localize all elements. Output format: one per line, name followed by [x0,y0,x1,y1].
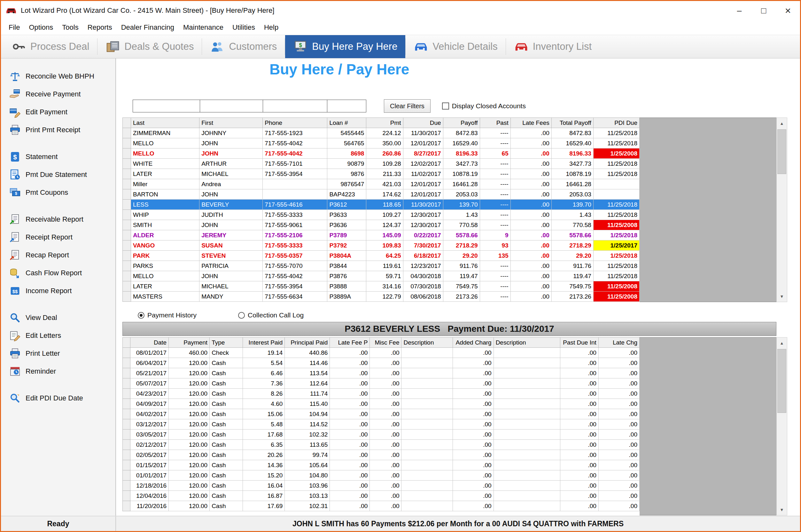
menu-file[interactable]: File [4,23,24,32]
payments-col-late-chg-11[interactable]: Late Chg [598,338,639,348]
row-selector[interactable] [123,291,131,302]
display-closed-accounts-control[interactable]: Display Closed Accounts [442,102,526,110]
toolbar-button-inventory-list[interactable]: Inventory List [506,35,600,58]
row-selector[interactable] [123,460,130,470]
sidebar-item-recap-report[interactable]: Recap Report [1,246,115,264]
row-selector[interactable] [123,470,130,480]
filter-input-1[interactable] [200,100,263,112]
row-selector[interactable] [123,261,131,271]
accounts-col-due[interactable]: Due [403,118,443,128]
sidebar-item-receipt-report[interactable]: Receipt Report [1,228,115,246]
account-row[interactable]: BARTONJOHNBAP4223174.6212/01/20172053.03… [123,189,640,200]
payment-row[interactable]: 04/09/2017120.00Cash4.60115.40.00.00.00.… [123,399,640,409]
scroll-down-icon[interactable]: ▼ [777,291,787,302]
account-row[interactable]: VANGOSUSAN717-555-3333P3792109.837/30/20… [123,241,640,251]
payments-col-date-0[interactable]: Date [130,338,169,348]
accounts-scrollbar-thumb[interactable] [777,129,786,174]
menu-help[interactable]: Help [259,23,283,32]
scroll-up-icon[interactable]: ▲ [777,118,787,129]
row-selector[interactable] [123,348,130,358]
row-selector[interactable] [123,388,130,399]
payment-row[interactable]: 08/01/2017460.00Check19.14440.86.00.00.0… [123,348,640,358]
sidebar-item-print-pmt-receipt[interactable]: Print Pmt Receipt [1,121,115,139]
account-row[interactable]: MELLOJOHN717-555-4042P387659.7104/30/201… [123,271,640,281]
payments-scrollbar-thumb[interactable] [777,349,786,413]
row-selector[interactable] [123,179,131,189]
payments-col-interest-paid-3[interactable]: Interest Paid [243,338,285,348]
payments-col-past-due-int-10[interactable]: Past Due Int [560,338,598,348]
payment-row[interactable]: 05/07/2017120.00Cash7.36112.64.00.00.00.… [123,378,640,388]
account-row[interactable]: LESSBEVERLY717-555-4616P3612118.6511/30/… [123,200,640,210]
row-selector[interactable] [123,378,130,388]
menu-reports[interactable]: Reports [83,23,117,32]
accounts-col-total-payoff[interactable]: Total Payoff [551,118,593,128]
menu-utilities[interactable]: Utilities [228,23,259,32]
account-row[interactable]: MillerAndrea9876547421.0312/01/201716461… [123,179,640,189]
row-selector[interactable] [123,128,131,138]
accounts-col-pdi-due[interactable]: PDI Due [593,118,639,128]
payment-row[interactable]: 03/05/2017120.00Cash17.68102.32.00.00.00… [123,430,640,440]
sidebar-item-cash-flow-report[interactable]: Cash Flow Report [1,264,115,282]
row-selector[interactable] [123,149,131,159]
sidebar-item-pmt-coupons[interactable]: $Pmt Coupons [1,184,115,202]
payments-col-description-7[interactable]: Description [401,338,453,348]
row-selector[interactable] [123,189,131,200]
account-row[interactable]: LATERMICHAEL717-555-39549876211.3311/02/… [123,169,640,179]
row-selector[interactable] [123,409,130,419]
filter-input-3[interactable] [327,100,366,112]
toolbar-button-process-deal[interactable]: Process Deal [3,35,97,58]
menu-dealer-financing[interactable]: Dealer Financing [117,23,179,32]
row-selector[interactable] [123,368,130,378]
payment-row[interactable]: 04/02/2017120.00Cash15.06104.94.00.00.00… [123,409,640,419]
payments-col-type-2[interactable]: Type [210,338,243,348]
payment-history-radio-icon[interactable] [138,312,144,319]
accounts-col-loan[interactable]: Loan # [327,118,366,128]
row-selector[interactable] [123,480,130,491]
sidebar-item-statement[interactable]: $Statement [1,148,115,166]
row-selector[interactable] [123,169,131,179]
row-selector[interactable] [123,419,130,430]
payment-row[interactable]: 12/18/2016120.00Cash16.04103.96.00.00.00… [123,480,640,491]
sidebar-item-edit-payment[interactable]: Edit Payment [1,103,115,121]
accounts-col-first[interactable]: First [199,118,263,128]
account-row[interactable]: PARKSTEVEN717-555-0357P3804A64.256/18/20… [123,251,640,261]
row-selector[interactable] [123,358,130,368]
payment-row[interactable]: 04/23/2017120.00Cash8.26111.74.00.00.00.… [123,388,640,399]
row-selector[interactable] [123,210,131,220]
payment-row[interactable]: 02/05/2017120.00Cash20.2699.74.00.00.00.… [123,450,640,460]
sidebar-item-receivable-report[interactable]: Receivable Report [1,210,115,228]
account-row[interactable]: WHIPJUDITH717-555-3333P3633109.2712/30/2… [123,210,640,220]
account-row[interactable]: MASTERSMANDY717-555-6634P3889A122.7908/0… [123,291,640,302]
display-closed-accounts-checkbox[interactable] [442,102,449,110]
payments-col-principal-paid-4[interactable]: Principal Paid [285,338,330,348]
account-row[interactable]: LATERMICHAEL717-555-3954P3888314.1607/30… [123,281,640,291]
sidebar-item-reconcile-web-bhph[interactable]: Reconcile Web BHPH [1,68,115,85]
sidebar-item-edit-pdi-due-date[interactable]: Edit PDI Due Date [1,389,115,407]
accounts-col-past[interactable]: Past [480,118,510,128]
row-selector[interactable] [123,200,131,210]
row-selector[interactable] [123,230,131,241]
row-selector[interactable] [123,501,130,511]
toolbar-button-deals-quotes[interactable]: Deals & Quotes [97,35,202,58]
account-row[interactable]: WHITEARTHUR717-555-710190879109.2812/02/… [123,159,640,169]
payments-col-misc-fee-6[interactable]: Misc Fee [370,338,401,348]
account-row[interactable]: ALDERJEREMY717-555-2106P3789145.090/22/2… [123,230,640,241]
clear-filters-button[interactable]: Clear Filters [384,99,431,113]
row-selector[interactable] [123,430,130,440]
payment-row[interactable]: 06/04/2017120.00Cash5.54114.46.00.00.00.… [123,358,640,368]
sidebar-item-view-deal[interactable]: View Deal [1,309,115,327]
close-button[interactable]: × [776,1,800,20]
account-row[interactable]: PARKSPATRICIA717-555-7070P3844119.6112/2… [123,261,640,271]
accounts-col-payoff[interactable]: Payoff [443,118,480,128]
scroll-down-icon[interactable]: ▼ [777,504,787,515]
payment-row[interactable]: 03/12/2017120.00Cash5.48114.52.00.00.00.… [123,419,640,430]
row-selector[interactable] [123,271,131,281]
payments-col-description-9[interactable]: Description [493,338,560,348]
payment-row[interactable]: 05/21/2017120.00Cash6.46113.54.00.00.00.… [123,368,640,378]
payment-row[interactable]: 11/20/2016120.00Cash17.69102.31.00.00.00… [123,501,640,511]
sidebar-item-edit-letters[interactable]: Edit Letters [1,327,115,345]
sidebar-item-pmt-due-statement[interactable]: Pmt Due Statement [1,166,115,184]
menu-options[interactable]: Options [24,23,57,32]
payment-row[interactable]: 01/01/2017120.00Cash15.20104.80.00.00.00… [123,470,640,480]
accounts-col-phone[interactable]: Phone [263,118,327,128]
